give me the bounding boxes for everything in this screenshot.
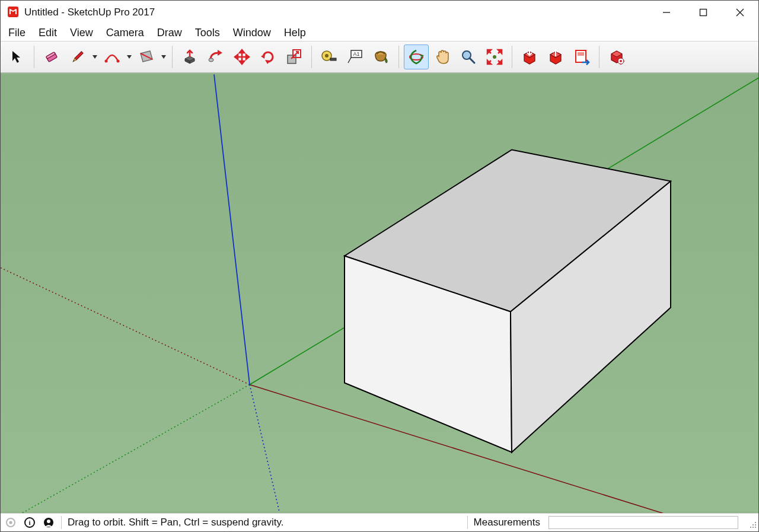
rotate-tool[interactable] [256,44,280,69]
menu-file[interactable]: File [3,26,31,40]
svg-marker-16 [161,55,166,59]
push-pull-tool[interactable] [177,44,202,69]
menu-help[interactable]: Help [279,26,311,40]
svg-marker-20 [218,50,222,56]
svg-point-77 [9,521,12,524]
resize-grip-icon[interactable] [747,518,755,527]
status-hint: Drag to orbit. Shift = Pan, Ctrl = suspe… [68,517,283,528]
measurements-label: Measurements [474,517,543,528]
text-tool[interactable]: A1 [343,44,368,69]
3d-warehouse-get-tool[interactable] [517,44,542,69]
credits-icon[interactable]: i [23,516,36,529]
svg-marker-24 [240,50,244,53]
svg-point-81 [47,520,50,523]
menu-window[interactable]: Window [228,26,276,40]
toolbar: A1 [1,41,758,73]
svg-point-12 [117,60,120,63]
toolbar-separator [34,46,34,68]
extension-manager-tool[interactable] [604,44,629,69]
svg-rect-83 [752,524,754,525]
svg-marker-10 [93,55,97,59]
titlebar-left: Untitled - SketchUp Pro 2017 [1,5,155,20]
geo-location-icon[interactable] [4,516,17,529]
toolbar-separator [398,46,399,68]
titlebar: Untitled - SketchUp Pro 2017 [1,1,758,24]
pencil-dropdown[interactable] [91,54,98,60]
svg-marker-27 [246,55,249,59]
zoom-tool[interactable] [456,44,481,69]
svg-marker-13 [127,55,132,59]
svg-point-21 [209,58,213,62]
rectangle-dropdown[interactable] [160,54,167,60]
svg-line-42 [470,58,474,63]
svg-point-33 [325,54,329,58]
zoom-extents-tool[interactable] [482,44,507,69]
toolbar-separator [172,46,173,68]
svg-marker-8 [72,58,76,62]
toolbar-separator [599,46,599,68]
pencil-tool[interactable] [65,44,90,69]
minimize-button[interactable] [648,1,685,24]
3d-warehouse-share-tool[interactable] [543,44,568,69]
toolbar-separator [311,46,312,68]
app-icon [7,5,20,20]
svg-point-11 [105,60,108,63]
toolbar-separator [512,46,512,68]
window-title: Untitled - SketchUp Pro 2017 [24,7,155,18]
svg-rect-30 [288,55,296,63]
status-bar: i Drag to orbit. Shift = Pan, Ctrl = sus… [1,513,758,531]
viewport[interactable] [1,73,758,513]
close-button[interactable] [722,1,758,24]
arc-tool[interactable] [100,44,125,69]
follow-me-tool[interactable] [203,44,228,69]
svg-text:i: i [28,519,30,526]
status-separator [61,516,62,529]
svg-text:A1: A1 [353,51,359,57]
svg-point-51 [493,55,496,59]
svg-rect-85 [750,527,751,528]
svg-rect-86 [752,527,754,528]
send-to-layout-tool[interactable] [569,44,594,69]
svg-rect-82 [755,522,756,523]
maximize-button[interactable] [685,1,722,24]
svg-rect-84 [755,524,756,525]
profile-icon[interactable] [42,516,55,529]
pan-tool[interactable] [430,44,455,69]
app-window: Untitled - SketchUp Pro 2017 File Edit V… [0,0,759,532]
svg-point-61 [620,60,622,62]
menu-bar: File Edit View Camera Draw Tools Window … [1,24,758,41]
paint-bucket-tool[interactable] [369,44,394,69]
menu-camera[interactable]: Camera [101,26,149,40]
eraser-tool[interactable] [39,44,64,69]
svg-rect-57 [578,52,584,56]
status-icons: i [4,516,55,529]
svg-marker-25 [240,61,244,64]
menu-edit[interactable]: Edit [33,26,62,40]
status-separator [467,516,468,529]
scale-tool[interactable] [282,44,307,69]
rectangle-tool[interactable] [134,44,159,69]
select-tool[interactable] [4,44,29,69]
arc-dropdown[interactable] [126,54,133,60]
menu-draw[interactable]: Draw [152,26,187,40]
move-tool[interactable] [229,44,254,69]
scene-canvas[interactable] [1,73,758,513]
orbit-tool[interactable] [404,44,429,69]
svg-line-37 [348,58,351,63]
window-controls [648,1,758,24]
svg-rect-87 [755,527,756,528]
svg-rect-2 [700,9,707,16]
menu-tools[interactable]: Tools [190,26,225,40]
tape-measure-tool[interactable] [317,44,342,69]
svg-rect-7 [75,52,83,60]
measurements-input[interactable] [548,516,738,529]
svg-marker-26 [235,55,238,59]
menu-view[interactable]: View [65,26,98,40]
svg-rect-34 [330,58,336,60]
